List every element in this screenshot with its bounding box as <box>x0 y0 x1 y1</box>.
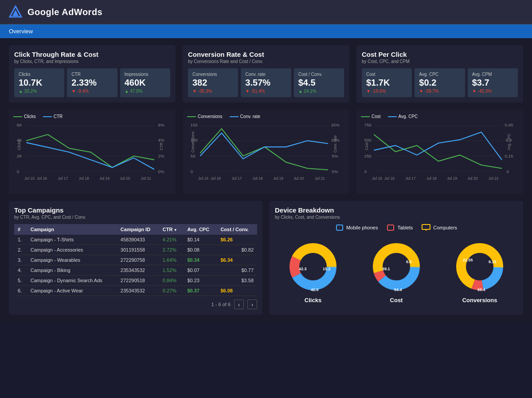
svg-text:54.4: 54.4 <box>394 288 402 292</box>
table-row: 6. Campaign - Active Wear 235343532 0.27… <box>14 286 257 296</box>
conv-rate-section: Conversion Rate & Cost by Conversions Ra… <box>183 45 349 102</box>
svg-text:2%: 2% <box>158 154 164 158</box>
svg-text:Jul 17: Jul 17 <box>58 176 68 181</box>
svg-text:22.55: 22.55 <box>463 258 473 262</box>
svg-text:Jul 18: Jul 18 <box>426 176 437 181</box>
clicks-value: 10.7K <box>19 78 60 87</box>
ctr-cost-cards: Clicks 10.7K ▲ 33.2% CTR 2.33% ▼ -9.4% I… <box>14 68 170 97</box>
svg-text:Jul 16: Jul 16 <box>37 176 47 181</box>
conversions-label: Conversions <box>192 72 234 77</box>
computers-legend: Computers <box>422 224 457 231</box>
nav-overview[interactable]: Overview <box>9 28 33 35</box>
device-legend: Mobile phones Tablets Computers <box>275 224 518 231</box>
conv-rate-title: Conversion Rate & Cost <box>188 51 344 58</box>
ctr-cost-subtitle: by Clicks, CTR, and Impressions <box>14 59 170 64</box>
conversions-value: 382 <box>192 78 234 87</box>
svg-text:42.3: 42.3 <box>299 267 307 271</box>
next-page-button[interactable]: › <box>247 299 257 309</box>
clicks-ctr-chart: Clicks CTR 6K 4K 2K 0 6% 4% 2% 0% <box>9 110 176 194</box>
conv-rate-change: ▼ -51.4% <box>245 89 286 94</box>
svg-text:4%: 4% <box>158 138 164 142</box>
svg-text:0%: 0% <box>158 169 164 174</box>
conversions-change: ▼ -35.3% <box>192 89 234 94</box>
svg-text:Jul 16: Jul 16 <box>384 176 395 181</box>
svg-text:500: 500 <box>364 138 372 142</box>
conv-rate-subtitle: by Conversions Rate and Cost / Conv. <box>188 59 344 64</box>
ctr-label: CTR <box>71 72 113 77</box>
campaigns-table: # Campaign Campaign ID CTR Avg. CPC Cost… <box>14 224 257 296</box>
cost-cpc-chart: Cost Avg. CPC 750 500 250 0 0.45 0.3 0.1… <box>356 110 523 194</box>
svg-text:5%: 5% <box>332 154 338 158</box>
avg-cpc-legend: Avg. CPC <box>388 114 418 119</box>
charts-row: Clicks CTR 6K 4K 2K 0 6% 4% 2% 0% <box>9 110 523 194</box>
device-breakdown-section: Device Breakdown by Clicks, Cost, and Co… <box>270 201 523 315</box>
table-row: 5. Campaign - Dynamic Search Ads 2722905… <box>14 276 257 286</box>
conversions-legend: Conversions <box>187 114 223 119</box>
device-subtitle: by Clicks, Cost, and Conversions <box>275 215 518 220</box>
svg-text:CTR: CTR <box>159 142 164 150</box>
conversions-card: Conversions 382 ▼ -35.3% <box>188 68 238 97</box>
col-id: Campaign ID <box>117 224 159 235</box>
bottom-row: Top Campaigns by CTR, Avg. CPC, and Cost… <box>9 201 523 315</box>
cost-conv-value: $4.5 <box>298 78 340 87</box>
svg-text:0.15: 0.15 <box>505 154 513 158</box>
clicks-donut-chart: 42.3 15.2 42.5 <box>286 240 340 293</box>
svg-text:Jul 20: Jul 20 <box>120 176 130 181</box>
tablets-legend: Tablets <box>387 224 413 231</box>
svg-text:39.1: 39.1 <box>382 267 390 271</box>
conv-rate-cards: Conversions 382 ▼ -35.3% Conv. rate 3.57… <box>188 68 344 97</box>
clicks-label: Clicks <box>19 72 60 77</box>
svg-text:Jul 20: Jul 20 <box>467 176 477 181</box>
prev-page-button[interactable]: ‹ <box>234 299 244 309</box>
cost-legend: Cost <box>361 114 381 119</box>
svg-text:Jul 15: Jul 15 <box>24 176 35 181</box>
col-ctr[interactable]: CTR <box>159 224 184 235</box>
svg-text:8.15: 8.15 <box>489 260 497 264</box>
conv-rate-card: Conv. rate 3.57% ▼ -51.4% <box>241 68 291 97</box>
table-row: 3. Campaign - Wearables 272290758 1.64% … <box>14 255 257 265</box>
svg-text:0: 0 <box>507 169 509 174</box>
avg-cpm-change: ▼ -45.3% <box>472 89 513 94</box>
svg-text:15%: 15% <box>331 122 340 127</box>
conversions-donut-label: Conversions <box>462 297 497 303</box>
cost-conv-card: Cost / Conv. $4.5 ▲ 24.1% <box>294 68 344 97</box>
cost-donut: 39.1 6.5 54.4 Cost <box>370 240 423 303</box>
svg-text:Jul 21: Jul 21 <box>141 176 151 181</box>
clicks-donut: 42.3 15.2 42.5 Clicks <box>286 240 340 303</box>
avg-cpm-label: Avg. CPM <box>472 72 513 77</box>
svg-text:Cost: Cost <box>364 142 369 150</box>
avg-cpm-value: $3.7 <box>472 78 513 87</box>
chart1-svg: 6K 4K 2K 0 6% 4% 2% 0% <box>13 122 171 184</box>
avg-cpc-card: Avg. CPC $0.2 ▼ -39.7% <box>415 68 465 97</box>
svg-text:69.4: 69.4 <box>477 288 485 292</box>
clicks-donut-label: Clicks <box>305 297 321 303</box>
svg-text:Jul 17: Jul 17 <box>231 176 242 181</box>
clicks-change: ▲ 33.2% <box>19 89 60 94</box>
cpc-title: Cost Per Click <box>362 51 518 58</box>
mobile-icon <box>336 225 344 231</box>
svg-text:6%: 6% <box>158 122 164 127</box>
table-row: 4. Campaign - Biking 235343532 1.52% $0.… <box>14 265 257 276</box>
chart3-svg: 750 500 250 0 0.45 0.3 0.15 0 Jul 15 Jul… <box>361 122 519 184</box>
svg-text:Conversions: Conversions <box>191 131 195 153</box>
svg-text:Clicks: Clicks <box>17 140 21 150</box>
svg-text:Jul 21: Jul 21 <box>315 176 325 181</box>
cost-value: $1.7K <box>366 78 407 87</box>
col-num: # <box>14 224 27 235</box>
svg-text:750: 750 <box>364 122 372 127</box>
campaigns-title: Top Campaigns <box>14 206 257 214</box>
cost-donut-label: Cost <box>390 297 403 303</box>
cost-card: Cost $1.7K ▼ -19.6% <box>362 68 412 97</box>
table-row: 2. Campaign - Accessories 301191558 2.72… <box>14 245 257 255</box>
svg-text:0: 0 <box>17 169 20 174</box>
cpc-cards: Cost $1.7K ▼ -19.6% Avg. CPC $0.2 ▼ -39.… <box>362 68 518 97</box>
svg-text:Jul 18: Jul 18 <box>79 176 89 181</box>
chart2-svg: 150 100 50 0 15% 10% 5% 0% Jul 15 Jul 16 <box>187 122 345 184</box>
svg-text:250: 250 <box>364 154 372 158</box>
avg-cpm-card: Avg. CPM $3.7 ▼ -45.3% <box>468 68 518 97</box>
svg-text:Jul 19: Jul 19 <box>447 176 457 181</box>
ctr-cost-title: Click Through Rate & Cost <box>14 51 170 58</box>
mobile-legend: Mobile phones <box>336 224 378 231</box>
tablet-icon <box>387 225 395 231</box>
donuts-row: 42.3 15.2 42.5 Clicks 39.1 <box>275 240 518 303</box>
